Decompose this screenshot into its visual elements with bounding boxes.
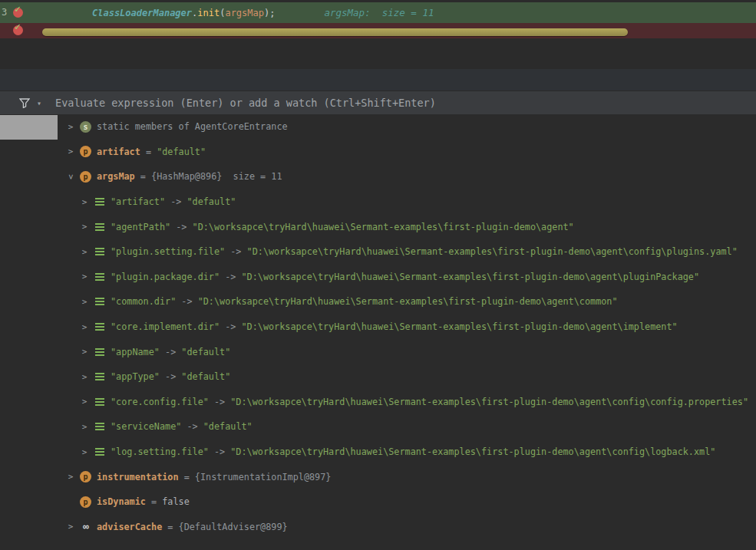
static-members-label: static members of AgentCoreEntrance [97,121,288,132]
map-entry-icon [94,396,105,407]
map-entry-icon [94,446,105,458]
chevron-right-icon[interactable]: > [64,147,77,156]
map-entry-icon [94,221,105,232]
map-entry-icon [94,196,105,208]
row-text: "appName" -> "default" [111,347,230,357]
map-entry-icon [94,296,105,308]
row-text: "appType" -> "default" [111,371,230,382]
editor-pane: 3 ✓ ClassLoaderManager.init(argsMap);arg… [0,0,756,69]
evaluate-expression-input[interactable] [55,97,756,109]
editor-breakpoint-line[interactable]: ✓ [0,23,756,38]
frames-panel-selected-row[interactable] [0,115,58,140]
row-text: adviserCache = {DefaultAdviser@899} [97,522,288,532]
chevron-right-icon[interactable]: > [78,272,91,282]
chevron-right-icon[interactable]: > [64,522,77,532]
entry-arrow: -> [181,421,203,432]
code-token-method: init [197,8,220,18]
map-entry-row[interactable]: > "appName" -> "default" [0,339,756,364]
entry-value: "default" [181,347,230,357]
row-text: "agentPath" -> "D:\worksapce\tryHard\hua… [111,222,574,232]
chevron-right-icon[interactable]: > [78,297,91,307]
equals-sign: = [135,171,151,182]
size-hint: size = 11 [222,171,282,182]
map-entry-row[interactable]: > "core.implement.dir" -> "D:\worksapce\… [0,315,756,340]
map-entry-row[interactable]: > "plugin.setting.file" -> "D:\worksapce… [0,239,756,265]
chevron-right-icon[interactable]: > [64,472,77,482]
entry-key: "appType" [111,371,160,382]
map-entry-row[interactable]: > "log.setting.file" -> "D:\worksapce\tr… [0,440,756,465]
entry-key: "plugin.setting.file" [111,246,225,257]
chevron-right-icon[interactable]: > [78,372,91,382]
row-text: "serviceName" -> "default" [111,421,253,432]
breakpoint-check-icon: ✓ [15,21,21,32]
tree-row-static-members[interactable]: > s static members of AgentCoreEntrance [0,114,756,140]
variable-name: argsMap [97,171,135,182]
variable-value: "default" [157,147,206,157]
map-entry-row[interactable]: > "serviceName" -> "default" [0,414,756,440]
map-entry-icon [94,421,105,433]
breakpoint-icon[interactable]: ✓ [13,8,23,18]
variable-name: artifact [97,147,140,157]
chevron-right-icon[interactable]: > [78,322,91,332]
chevron-right-icon[interactable]: > [78,247,91,257]
row-text: argsMap = {HashMap@896} size = 11 [97,171,282,182]
chevron-right-icon[interactable]: > [78,347,91,357]
chevron-expanded-icon[interactable]: > [66,170,76,183]
equals-sign: = [179,472,195,482]
map-entry-row[interactable]: > "core.config.file" -> "D:\worksapce\tr… [0,390,756,415]
entry-value: "default" [187,196,236,207]
entry-arrow: -> [160,347,181,357]
entry-arrow: -> [220,321,241,332]
entry-value: "D:\worksapce\tryHard\huawei\Sermant-exa… [198,296,618,307]
debug-toolbar-strip [0,69,756,91]
chevron-right-icon[interactable]: > [78,447,91,457]
map-entry-icon [94,246,105,258]
entry-value: "D:\worksapce\tryHard\huawei\Sermant-exa… [230,446,715,457]
map-entry-row[interactable]: > "common.dir" -> "D:\worksapce\tryHard\… [0,289,756,315]
horizontal-scrollbar-thumb[interactable] [42,28,628,36]
entry-arrow: -> [176,296,197,307]
row-text: "common.dir" -> "D:\worksapce\tryHard\hu… [111,296,618,307]
chevron-right-icon[interactable]: > [64,122,77,132]
row-text: isDynamic = false [97,496,190,507]
chevron-right-icon[interactable]: > [78,397,91,407]
entry-arrow: -> [220,272,241,282]
adviser-icon: ∞ [80,521,91,532]
row-text: artifact = "default" [97,147,206,157]
map-entry-icon [94,346,105,357]
entry-key: "plugin.package.dir" [111,272,220,282]
chevron-right-icon[interactable]: > [78,197,91,207]
breakpoint-icon[interactable]: ✓ [13,25,23,35]
object-reference: {HashMap@896} [151,171,222,182]
entry-value: "D:\worksapce\tryHard\huawei\Sermant-exa… [247,246,738,257]
tree-row-instrumentation[interactable]: > p instrumentation = {InstrumentationIm… [0,464,756,489]
chevron-right-icon[interactable]: > [78,422,91,432]
chevron-down-icon[interactable]: ▾ [37,99,41,107]
row-text: instrumentation = {InstrumentationImpl@8… [97,472,331,482]
entry-arrow: -> [170,222,192,232]
entry-arrow: -> [209,397,230,407]
tree-row-isdynamic[interactable]: p isDynamic = false [0,489,756,515]
map-entry-row[interactable]: > "plugin.package.dir" -> "D:\worksapce\… [0,265,756,290]
code-line: ClassLoaderManager.init(argsMap);argsMap… [92,2,434,24]
tree-row-artifact[interactable]: > p artifact = "default" [0,140,756,165]
tree-row-argsmap[interactable]: > p argsMap = {HashMap@896} size = 11 [0,164,756,189]
entry-value: "default" [181,371,230,382]
entry-value: "D:\worksapce\tryHard\huawei\Sermant-exa… [241,321,677,332]
editor-current-execution-line[interactable]: 3 ✓ ClassLoaderManager.init(argsMap);arg… [0,2,756,23]
chevron-right-icon[interactable]: > [78,222,91,232]
inline-debugger-hint: argsMap: size = 11 [324,7,434,18]
map-entry-row[interactable]: > "artifact" -> "default" [0,189,756,215]
map-entry-row[interactable]: > "appType" -> "default" [0,364,756,390]
tree-row-advisercache[interactable]: > ∞ adviserCache = {DefaultAdviser@899} [0,515,756,540]
filter-icon[interactable] [19,98,30,108]
code-token-paren-close: ); [264,8,275,18]
object-reference: {InstrumentationImpl@897} [195,472,332,482]
row-text: "artifact" -> "default" [111,196,236,207]
map-entry-row[interactable]: > "agentPath" -> "D:\worksapce\tryHard\h… [0,214,756,239]
equals-sign: = [162,522,178,532]
entry-value: "default" [203,421,253,432]
row-text: "log.setting.file" -> "D:\worksapce\tryH… [111,446,715,457]
equals-sign: = [146,496,162,507]
entry-key: "agentPath" [111,222,170,232]
